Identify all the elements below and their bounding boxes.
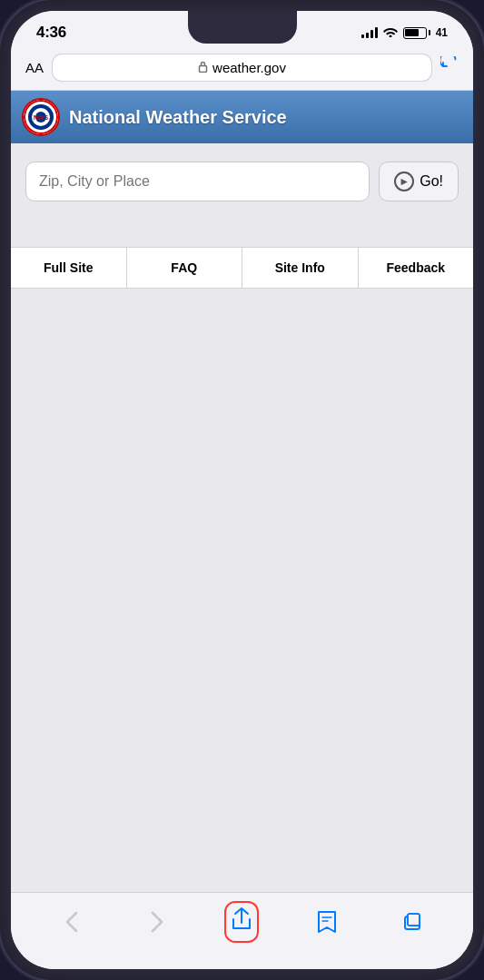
nws-site-title: National Weather Service bbox=[69, 107, 287, 128]
back-button[interactable] bbox=[52, 902, 92, 942]
nav-link-feedback[interactable]: Feedback bbox=[359, 248, 474, 288]
main-content-area bbox=[11, 289, 473, 892]
share-button[interactable] bbox=[222, 902, 262, 942]
battery-percent: 41 bbox=[436, 26, 448, 39]
phone-screen: 4:36 bbox=[11, 11, 473, 969]
svg-rect-7 bbox=[408, 914, 420, 926]
share-highlight-ring bbox=[224, 901, 259, 943]
safari-bottom-bar bbox=[11, 892, 473, 969]
content-spacer bbox=[11, 220, 473, 247]
go-label: Go! bbox=[420, 173, 443, 190]
lock-icon bbox=[198, 61, 208, 75]
nav-links: Full Site FAQ Site Info Feedback bbox=[11, 247, 473, 289]
signal-bars-icon bbox=[361, 27, 378, 38]
notch bbox=[188, 11, 297, 44]
svg-text:NWS: NWS bbox=[34, 114, 49, 121]
status-icons: 41 bbox=[361, 25, 448, 40]
status-time: 4:36 bbox=[36, 24, 66, 42]
address-bar[interactable]: weather.gov bbox=[53, 54, 431, 81]
search-area: ► Go! bbox=[11, 143, 473, 220]
tabs-button[interactable] bbox=[392, 902, 432, 942]
nav-link-site-info[interactable]: Site Info bbox=[242, 248, 359, 288]
reload-button[interactable] bbox=[440, 56, 459, 79]
svg-rect-0 bbox=[200, 65, 207, 72]
wifi-icon bbox=[383, 25, 398, 40]
address-text: weather.gov bbox=[212, 60, 286, 75]
go-button[interactable]: ► Go! bbox=[379, 162, 459, 201]
forward-button[interactable] bbox=[137, 902, 177, 942]
battery-icon bbox=[403, 27, 430, 39]
nav-link-faq[interactable]: FAQ bbox=[127, 248, 243, 288]
browser-content: NWS National Weather Service ► Go! Full … bbox=[11, 91, 473, 892]
nws-logo: NWS bbox=[22, 98, 60, 136]
nws-header: NWS National Weather Service bbox=[11, 91, 473, 143]
browser-bar: AA weather.gov bbox=[11, 49, 473, 91]
go-arrow-icon: ► bbox=[394, 172, 414, 191]
phone-frame: 4:36 bbox=[0, 0, 484, 980]
location-search-input[interactable] bbox=[25, 162, 370, 201]
font-size-control[interactable]: AA bbox=[25, 60, 44, 75]
nav-link-full-site[interactable]: Full Site bbox=[11, 248, 127, 288]
bookmarks-button[interactable] bbox=[307, 902, 347, 942]
